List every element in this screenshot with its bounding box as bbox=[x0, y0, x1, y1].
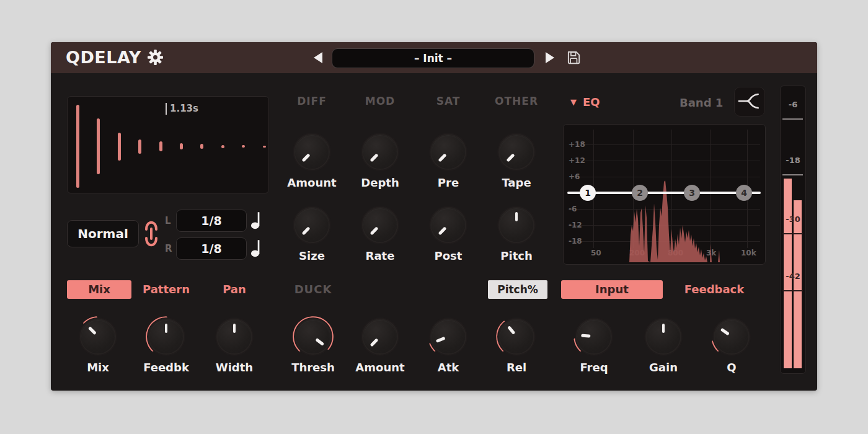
delay-tap-bar bbox=[200, 144, 203, 149]
knob-mod-depth[interactable]: Depth bbox=[346, 131, 414, 189]
filter-type-button[interactable] bbox=[734, 87, 765, 117]
knob-other-tape[interactable]: Tape bbox=[482, 131, 551, 189]
meter-scale-label: -6 bbox=[781, 100, 805, 109]
knob-label: Post bbox=[414, 249, 482, 262]
delay-tap-bar bbox=[138, 140, 141, 154]
preset-next-button[interactable] bbox=[546, 52, 554, 63]
knob-label: Tape bbox=[482, 176, 551, 189]
selected-band-label: Band 1 bbox=[680, 96, 723, 109]
knob-label: Width bbox=[200, 361, 268, 374]
knob-duck-attack[interactable]: Atk bbox=[414, 316, 482, 374]
knob-duck-amount[interactable]: Amount bbox=[346, 316, 414, 374]
knob-duck-threshold[interactable]: Thresh bbox=[279, 316, 347, 374]
knob-label: Amount bbox=[278, 176, 346, 189]
plugin-window: QDELAY – Init – bbox=[51, 42, 817, 391]
preset-prev-button[interactable] bbox=[314, 52, 322, 63]
meter-bar-right bbox=[794, 200, 802, 368]
delay-tap-bar bbox=[118, 133, 121, 161]
quarter-note-icon-right[interactable] bbox=[250, 237, 263, 259]
knob-eq-freq[interactable]: Freq bbox=[560, 316, 628, 374]
delay-tap-bar bbox=[159, 141, 162, 151]
knob-label: Freq bbox=[560, 361, 628, 374]
knob-sat-pre[interactable]: Pre bbox=[414, 131, 482, 189]
tab-pan[interactable]: Pan bbox=[203, 280, 265, 299]
knob-label: Size bbox=[278, 249, 346, 262]
knob-other-pitch[interactable]: Pitch bbox=[482, 204, 551, 262]
meter-scale-tick bbox=[782, 118, 803, 120]
tab-input[interactable]: Input bbox=[561, 280, 663, 299]
pitch-percent-toggle[interactable]: Pitch% bbox=[488, 280, 547, 299]
preset-selector[interactable]: – Init – bbox=[332, 48, 534, 68]
left-time-field[interactable]: 1/8 bbox=[176, 210, 247, 232]
filter-shape-icon bbox=[735, 87, 763, 115]
delay-tap-bar bbox=[263, 146, 266, 148]
right-time-field[interactable]: 1/8 bbox=[176, 237, 247, 260]
delay-time-label: 1.13s bbox=[166, 103, 198, 115]
eq-section-header[interactable]: ▼ EQ bbox=[570, 95, 600, 108]
section-header-sat: SAT bbox=[411, 95, 485, 107]
section-header-other: OTHER bbox=[479, 95, 554, 107]
title-bar: QDELAY – Init – bbox=[51, 42, 817, 73]
meter-scale-label: -30 bbox=[781, 215, 805, 224]
eq-band-handle-4[interactable]: 4 bbox=[736, 185, 752, 201]
delay-tap-bar bbox=[76, 105, 79, 188]
eq-band-handle-1[interactable]: 1 bbox=[580, 185, 596, 201]
knob-duck-release[interactable]: Rel bbox=[482, 316, 551, 374]
knob-label: Pitch bbox=[482, 249, 551, 262]
output-level-meter: -6-18-30-42 bbox=[780, 86, 806, 374]
eq-zero-line[interactable] bbox=[567, 192, 761, 194]
knob-label: Feedbk bbox=[132, 361, 200, 374]
plugin-name: QDELAY bbox=[66, 48, 141, 67]
left-channel-label: L bbox=[165, 215, 171, 226]
delay-mode-selector[interactable]: Normal bbox=[67, 220, 139, 247]
delay-visualization[interactable]: 1.13s bbox=[67, 96, 269, 193]
knob-label: Atk bbox=[414, 361, 482, 374]
knob-label: Q bbox=[698, 361, 766, 374]
knob-label: Gain bbox=[629, 361, 698, 374]
section-header-diff: DIFF bbox=[275, 95, 349, 107]
delay-tap-bar bbox=[97, 118, 100, 174]
quarter-note-icon-left[interactable] bbox=[250, 210, 263, 231]
meter-scale-label: -42 bbox=[781, 272, 805, 281]
knob-label: Depth bbox=[346, 176, 414, 189]
delay-tap-bar bbox=[242, 145, 245, 148]
knob-label: Amount bbox=[346, 361, 414, 374]
meter-scale-label: -18 bbox=[781, 156, 805, 165]
knob-width[interactable]: Width bbox=[200, 316, 268, 374]
tab-feedback[interactable]: Feedback bbox=[676, 280, 753, 299]
knob-label: Mix bbox=[64, 361, 132, 374]
knob-label: Thresh bbox=[279, 361, 347, 374]
knob-sat-post[interactable]: Post bbox=[414, 204, 482, 262]
section-header-mod: MOD bbox=[343, 95, 417, 107]
tab-pattern[interactable]: Pattern bbox=[135, 280, 197, 299]
knob-diff-size[interactable]: Size bbox=[278, 204, 346, 262]
meter-scale-tick bbox=[782, 233, 803, 234]
knob-label: Pre bbox=[414, 176, 482, 189]
delay-tap-bar bbox=[180, 143, 183, 149]
gear-icon[interactable] bbox=[148, 50, 163, 65]
knob-eq-q[interactable]: Q bbox=[698, 316, 766, 374]
plugin-title: QDELAY bbox=[66, 48, 163, 67]
eq-graph[interactable]: +18+12+6-6-12-18502008003k10k1234 bbox=[563, 124, 766, 265]
delay-tap-bar bbox=[221, 145, 224, 148]
tab-mix[interactable]: Mix bbox=[67, 280, 131, 299]
save-icon[interactable] bbox=[565, 50, 582, 66]
meter-scale-tick bbox=[782, 174, 803, 175]
knob-label: Rate bbox=[346, 249, 414, 262]
right-channel-label: R bbox=[165, 243, 172, 254]
knob-mod-rate[interactable]: Rate bbox=[346, 204, 414, 262]
collapse-triangle-icon[interactable]: ▼ bbox=[570, 97, 577, 107]
link-channels-icon[interactable] bbox=[144, 216, 159, 251]
knob-eq-gain[interactable]: Gain bbox=[629, 316, 698, 374]
knob-feedback[interactable]: Feedbk bbox=[132, 316, 200, 374]
knob-mix[interactable]: Mix bbox=[64, 316, 132, 374]
eq-band-handle-3[interactable]: 3 bbox=[684, 185, 700, 201]
meter-scale-tick bbox=[782, 290, 803, 291]
eq-title: EQ bbox=[583, 95, 600, 108]
section-header-duck: DUCK bbox=[282, 280, 344, 299]
eq-band-handle-2[interactable]: 2 bbox=[632, 185, 648, 201]
knob-label: Rel bbox=[482, 361, 551, 374]
knob-diff-amount[interactable]: Amount bbox=[278, 131, 346, 189]
